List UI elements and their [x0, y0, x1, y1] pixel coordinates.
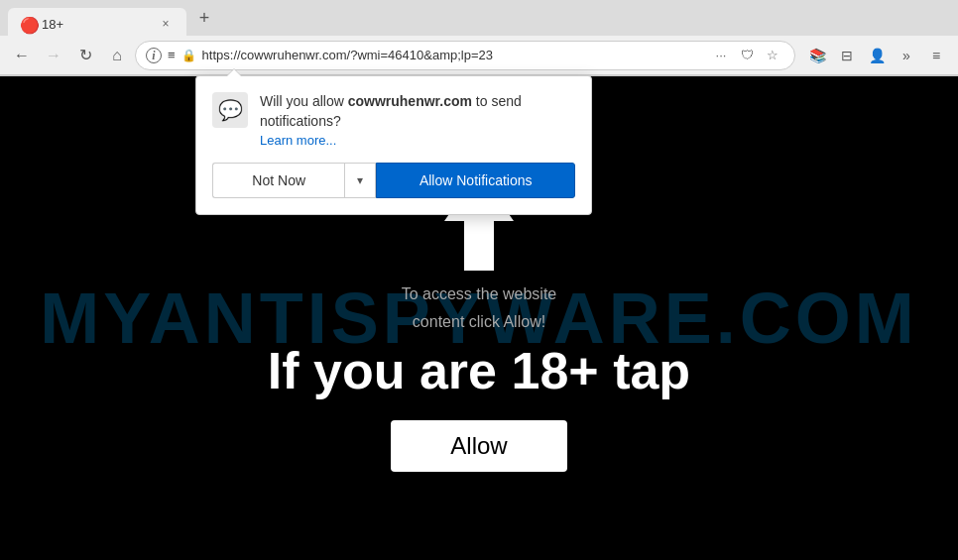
- synced-tabs-button[interactable]: ⊟: [833, 42, 861, 69]
- popup-message-prefix: Will you allow: [260, 93, 348, 109]
- access-text: To access the website: [402, 285, 557, 303]
- reload-button[interactable]: ↻: [71, 42, 99, 69]
- popup-buttons: Not Now ▾ Allow Notifications: [212, 163, 575, 198]
- lock-icon: 🔒: [181, 49, 196, 62]
- home-button[interactable]: ⌂: [103, 42, 131, 69]
- big-text: If you are 18+ tap: [268, 341, 690, 400]
- account-button[interactable]: 👤: [863, 42, 891, 69]
- bookmark-button[interactable]: ☆: [761, 44, 784, 67]
- address-bar[interactable]: i ≡ 🔒 https://cowwruhenwr.com/?wmi=46410…: [135, 41, 795, 70]
- nav-bar: ← → ↻ ⌂ i ≡ 🔒 https://cowwruhenwr.com/?w…: [0, 36, 958, 75]
- url-text: https://cowwruhenwr.com/?wmi=46410&amp;l…: [202, 48, 703, 62]
- library-button[interactable]: 📚: [803, 42, 831, 69]
- menu-button[interactable]: ≡: [922, 42, 950, 69]
- extensions-button[interactable]: »: [893, 42, 920, 69]
- active-tab[interactable]: 🔴 18+ ×: [8, 8, 186, 40]
- page-info-icon[interactable]: i: [146, 48, 162, 63]
- toolbar-icons: 📚 ⊟ 👤 » ≡: [803, 42, 950, 69]
- not-now-dropdown-button[interactable]: ▾: [344, 163, 376, 198]
- popup-message-icon: 💬: [212, 92, 248, 128]
- not-now-button[interactable]: Not Now: [212, 163, 344, 198]
- popup-header: 💬 Will you allow cowwruhenwr.com to send…: [212, 92, 575, 151]
- content-click-text: content click Allow!: [413, 313, 545, 331]
- learn-more-link[interactable]: Learn more...: [260, 133, 336, 148]
- shield-button[interactable]: 🛡: [735, 44, 759, 67]
- address-bar-icons: ··· 🛡 ☆: [709, 44, 784, 67]
- popup-domain: cowwruhenwr.com: [348, 93, 472, 109]
- more-options-button[interactable]: ···: [709, 44, 733, 67]
- info-label: i: [152, 50, 155, 61]
- notification-popup: 💬 Will you allow cowwruhenwr.com to send…: [195, 75, 592, 215]
- tab-close-button[interactable]: ×: [157, 15, 175, 33]
- back-button[interactable]: ←: [8, 42, 36, 69]
- tab-favicon: 🔴: [20, 16, 36, 32]
- website-allow-button[interactable]: Allow: [391, 420, 566, 472]
- tab-bar: 🔴 18+ × +: [0, 0, 958, 36]
- popup-message: Will you allow cowwruhenwr.com to send n…: [260, 92, 575, 151]
- reader-icon[interactable]: ≡: [168, 48, 176, 62]
- forward-button[interactable]: →: [40, 42, 67, 69]
- browser-chrome: 🔴 18+ × + ← → ↻ ⌂ i ≡ 🔒 https://cowwruhe…: [0, 0, 958, 76]
- tab-title: 18+: [42, 17, 151, 32]
- new-tab-button[interactable]: +: [190, 4, 218, 32]
- popup-arrow: [226, 68, 242, 76]
- allow-notifications-button[interactable]: Allow Notifications: [376, 163, 575, 198]
